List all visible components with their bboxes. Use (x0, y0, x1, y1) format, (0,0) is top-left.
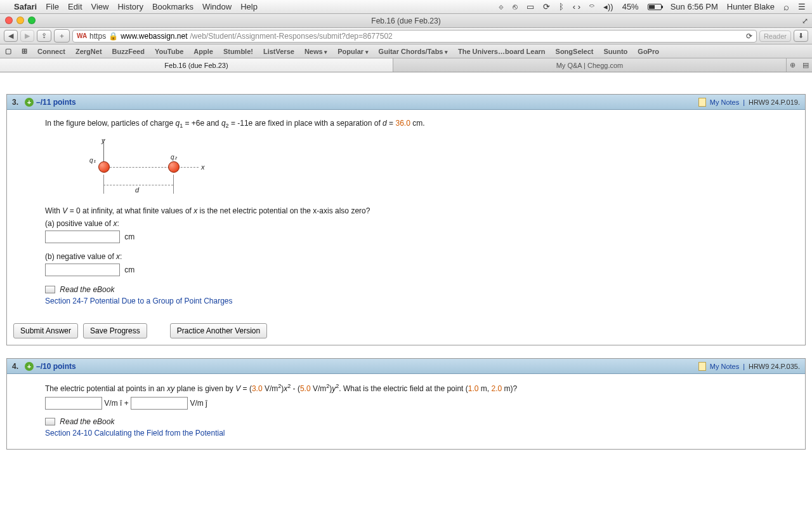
question-source: HRW9 24.P.019. (749, 98, 800, 106)
bookmark-item[interactable]: YouTube (155, 48, 183, 55)
button-row: Submit Answer Save Progress Practice Ano… (7, 317, 805, 345)
answer-input-i[interactable] (45, 397, 102, 410)
tab-label: My Q&A | Chegg.com (556, 62, 624, 69)
menu-file[interactable]: File (46, 2, 68, 11)
bluetooth-icon[interactable]: ᛒ (559, 2, 564, 11)
tab-strip: Feb.16 (due Feb.23) My Q&A | Chegg.com ⊕… (0, 58, 812, 72)
page-content: 3. + –/11 points My Notes | HRW9 24.P.01… (0, 72, 812, 469)
question-points: –/10 points (36, 362, 76, 371)
bookmark-item[interactable]: BuzzFeed (112, 48, 145, 55)
notification-icon[interactable]: ☰ (798, 2, 806, 11)
user-name[interactable]: Hunter Blake (727, 2, 775, 11)
site-favicon: WA (77, 32, 87, 39)
url-path: /web/Student/Assignment-Responses/submit… (190, 32, 393, 41)
ebook-icon[interactable] (45, 286, 55, 293)
bookmark-item[interactable]: Apple (193, 48, 213, 55)
timemachine-icon[interactable]: ⟳ (543, 2, 550, 11)
bookmark-item[interactable]: SongSelect (556, 48, 594, 55)
share-button[interactable]: ⇪ (37, 30, 51, 42)
unit-label: cm (124, 265, 134, 274)
expand-icon[interactable]: + (25, 362, 34, 371)
bookmark-item[interactable]: Connect (37, 48, 65, 55)
battery-percent[interactable]: 45% (622, 2, 639, 11)
show-tabs-button[interactable]: ▤ (802, 61, 809, 69)
answer-input-b[interactable] (45, 264, 120, 276)
menu-view[interactable]: View (91, 2, 118, 11)
bookmark-item[interactable]: ZergNet (75, 48, 102, 55)
ebook-link[interactable]: Read the eBook (60, 417, 114, 426)
display-icon[interactable]: ▭ (527, 2, 534, 11)
new-tab-button[interactable]: ⊕ (790, 61, 796, 69)
question-number: 3. (12, 98, 18, 107)
clock[interactable]: Sun 6:56 PM (671, 2, 718, 11)
bookmark-folder[interactable]: News (304, 48, 327, 55)
url-host: www.webassign.net (121, 32, 187, 41)
browser-tab[interactable]: My Q&A | Chegg.com (393, 58, 787, 72)
menu-edit[interactable]: Edit (68, 2, 91, 11)
note-icon[interactable] (698, 98, 706, 107)
practice-another-button[interactable]: Practice Another Version (170, 323, 267, 338)
close-icon[interactable] (5, 17, 13, 24)
bookmark-item[interactable]: The Univers…board Learn (458, 48, 546, 55)
my-notes-link[interactable]: My Notes (710, 363, 739, 370)
menu-window[interactable]: Window (202, 2, 240, 11)
reader-button[interactable]: Reader (759, 30, 791, 42)
fullscreen-icon[interactable]: ⤢ (802, 17, 808, 25)
tab-label: Feb.16 (due Feb.23) (164, 62, 228, 69)
menu-help[interactable]: Help (240, 2, 266, 11)
section-link[interactable]: Section 24-7 Potential Due to a Group of… (45, 297, 767, 305)
my-notes-link[interactable]: My Notes (710, 98, 739, 106)
note-icon[interactable] (698, 362, 706, 371)
question-body: The electric potential at points in an x… (7, 374, 805, 449)
section-link[interactable]: Section 24-10 Calculating the Field from… (45, 429, 767, 438)
charging-icon[interactable]: ⎋ (513, 2, 518, 11)
topsites-icon[interactable]: ⊞ (22, 47, 27, 55)
menu-history[interactable]: History (117, 2, 152, 11)
answer-input-a[interactable] (45, 231, 120, 243)
dropbox-icon[interactable]: ⟐ (499, 2, 504, 11)
bookmark-folder[interactable]: Guitar Chords/Tabs (379, 48, 448, 55)
bookmark-item[interactable]: Suunto (603, 48, 627, 55)
bookmark-item[interactable]: GoPro (638, 48, 659, 55)
bookmark-item[interactable]: ListVerse (263, 48, 294, 55)
volume-icon[interactable]: ◂)) (603, 2, 613, 11)
address-bar[interactable]: WA https 🔒 www.webassign.net/web/Student… (72, 30, 757, 43)
minimize-icon[interactable] (16, 17, 24, 24)
add-button[interactable]: ＋ (54, 29, 70, 43)
menu-bookmarks[interactable]: Bookmarks (152, 2, 202, 11)
lock-icon: 🔒 (108, 32, 118, 41)
zoom-icon[interactable] (28, 17, 36, 24)
browser-tab[interactable]: Feb.16 (due Feb.23) (0, 58, 393, 72)
wifi-icon[interactable]: ⌔ (589, 2, 594, 11)
bookmark-folder[interactable]: Popular (337, 48, 368, 55)
nav-icon[interactable]: ‹ › (573, 2, 580, 11)
question-source: HRW9 24.P.035. (749, 363, 800, 370)
save-progress-button[interactable]: Save Progress (83, 323, 147, 338)
bookmarks-bar: ▢ ⊞ Connect ZergNet BuzzFeed YouTube App… (0, 44, 812, 58)
reload-button[interactable]: ⟳ (746, 32, 752, 41)
bookmarks-icon[interactable]: ▢ (5, 47, 11, 55)
question-box-3: 3. + –/11 points My Notes | HRW9 24.P.01… (6, 94, 806, 345)
submit-answer-button[interactable]: Submit Answer (13, 323, 78, 338)
expand-icon[interactable]: + (25, 98, 34, 107)
back-button[interactable]: ◀ (4, 30, 18, 42)
window-titlebar: Feb.16 (due Feb.23) ⤢ (0, 14, 812, 28)
unit-label: cm (124, 232, 134, 241)
question-body: In the figure below, particles of charge… (7, 110, 805, 317)
question-points: –/11 points (36, 98, 76, 107)
battery-icon[interactable] (648, 4, 662, 10)
app-name[interactable]: Safari (14, 2, 46, 11)
unit-j: V/m ĵ (190, 399, 207, 408)
charge-diagram: y x q₁ q₂ d (89, 139, 216, 196)
browser-toolbar: ◀ ▶ ⇪ ＋ WA https 🔒 www.webassign.net/web… (0, 28, 812, 44)
spotlight-icon[interactable]: ⌕ (783, 1, 789, 12)
url-scheme: https (89, 32, 106, 41)
ebook-icon[interactable] (45, 418, 55, 425)
question-number: 4. (12, 362, 18, 371)
answer-input-j[interactable] (131, 397, 188, 410)
mac-menubar: Safari File Edit View History Bookmarks … (0, 0, 812, 14)
ebook-link[interactable]: Read the eBook (60, 285, 114, 294)
bookmark-item[interactable]: Stumble! (223, 48, 253, 55)
forward-button[interactable]: ▶ (20, 30, 34, 42)
downloads-button[interactable]: ⬇ (794, 30, 808, 42)
